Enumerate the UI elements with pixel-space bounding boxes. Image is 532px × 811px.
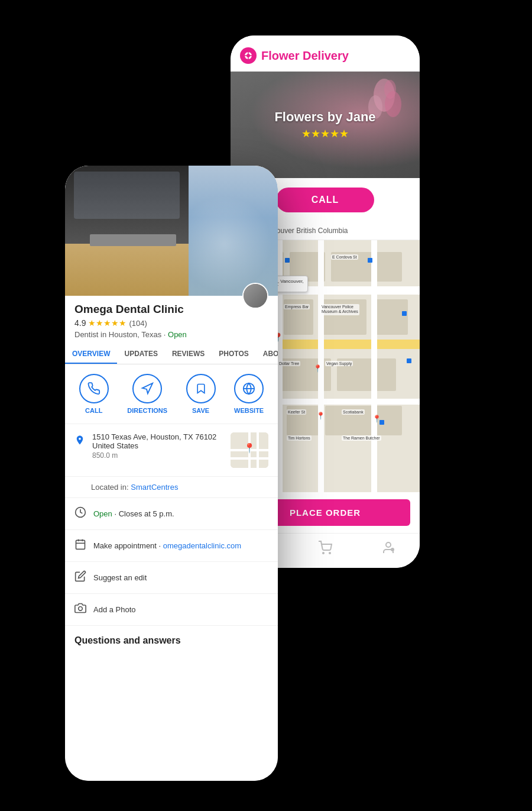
dental-hours-section: Open · Closes at 5 p.m. <box>65 498 278 530</box>
dental-hours-closes: · Closes at 5 p.m. <box>114 509 174 518</box>
website-label: WEBSITE <box>234 407 264 414</box>
tab-photos[interactable]: PHOTOS <box>212 344 255 364</box>
tab-updates[interactable]: UPDATES <box>117 344 164 364</box>
dental-suggest-section[interactable]: Suggest an edit <box>65 562 278 594</box>
dental-address-text: 1510 Texas Ave, Houston, TX 76102 United… <box>92 432 223 460</box>
dental-clinic-name: Omega Dental Clinic <box>74 303 268 316</box>
dental-add-photo-section[interactable]: Add a Photo <box>65 594 278 626</box>
save-circle <box>186 374 216 403</box>
nav-cart-icon[interactable] <box>317 539 333 556</box>
dental-category: Dentist in Houston, Texas · Open <box>74 330 268 339</box>
dental-tabs: OVERVIEW UPDATES REVIEWS PHOTOS ABOUT <box>65 344 278 364</box>
dental-photo-side <box>189 166 278 296</box>
map-label-keefer: Keefer St <box>287 409 306 415</box>
map-square-4 <box>407 358 411 363</box>
map-label-ramen: The Ramen Butcher <box>342 435 381 441</box>
dental-hours-open: Open <box>93 509 112 518</box>
front-phone: Omega Dental Clinic 4.9 ★★★★★ (104) Dent… <box>65 166 278 781</box>
directions-circle <box>132 374 162 403</box>
action-website[interactable]: WEBSITE <box>234 374 264 414</box>
map-label-cordova: E Cordova St <box>331 254 358 260</box>
dental-appointment-section: Make appointment · omegadentalclinic.com <box>65 530 278 562</box>
dental-info: Omega Dental Clinic 4.9 ★★★★★ (104) Dent… <box>65 296 278 344</box>
smartcentres-link[interactable]: SmartCentres <box>131 483 178 492</box>
calendar-icon <box>74 538 86 553</box>
map-square-2 <box>368 258 372 263</box>
flower-hero-stars: ★★★★★ <box>274 127 375 140</box>
svg-point-20 <box>79 607 83 611</box>
appointment-link[interactable]: omegadentalclinic.com <box>163 541 241 550</box>
map-label-vegan: Vegan Supply <box>325 361 353 366</box>
dental-appointment-text: Make appointment · omegadentalclinic.com <box>93 541 241 550</box>
action-save[interactable]: SAVE <box>186 374 216 414</box>
dental-photos <box>65 166 278 296</box>
flower-header: Flower Delivery <box>231 35 420 72</box>
dental-avatar <box>242 283 268 309</box>
map-label-dollartree: Dollar Tree <box>278 361 300 366</box>
map-square-1 <box>285 258 290 263</box>
action-call[interactable]: CALL <box>79 374 109 414</box>
tab-overview[interactable]: OVERVIEW <box>65 344 117 364</box>
location-icon <box>74 434 85 450</box>
map-square-3 <box>402 311 407 316</box>
dental-photo-main <box>65 166 189 296</box>
dental-add-photo-text: Add a Photo <box>93 605 136 614</box>
svg-point-6 <box>323 552 324 554</box>
dental-actions: CALL DIRECTIONS SAVE <box>65 364 278 424</box>
dental-mini-map[interactable]: 📍 <box>231 432 268 468</box>
dental-address-line2: United States <box>92 441 223 450</box>
dental-address-distance: 850.0 m <box>92 451 223 460</box>
tab-reviews[interactable]: REVIEWS <box>165 344 212 364</box>
svg-point-8 <box>386 542 391 547</box>
save-label: SAVE <box>192 407 209 414</box>
dental-rating-number: 4.9 <box>74 318 86 328</box>
svg-marker-12 <box>142 383 153 393</box>
dental-open-status: Open <box>168 330 187 339</box>
flower-business-name: Flowers by Jane <box>274 109 375 125</box>
nav-profile-icon[interactable] <box>380 539 397 556</box>
dental-address-line1: 1510 Texas Ave, Houston, TX 76102 <box>92 432 223 441</box>
dental-review-count: (104) <box>129 319 147 328</box>
svg-rect-16 <box>76 540 85 549</box>
flower-hero-image: Flowers by Jane ★★★★★ <box>231 72 420 178</box>
mini-map-pin: 📍 <box>244 442 255 454</box>
call-label: CALL <box>85 407 102 414</box>
svg-point-7 <box>329 552 330 554</box>
map-label-timhortons: Tim Hortons <box>287 435 312 441</box>
action-directions[interactable]: DIRECTIONS <box>127 374 167 414</box>
dental-stars: ★★★★★ <box>88 318 126 328</box>
dental-address-section: 1510 Texas Ave, Houston, TX 76102 United… <box>65 424 278 477</box>
flower-app-title: Flower Delivery <box>261 49 349 63</box>
pencil-icon <box>74 570 86 585</box>
dental-rating-row: 4.9 ★★★★★ (104) <box>74 318 268 328</box>
map-label-empress: Empress Bar <box>284 304 310 309</box>
svg-point-5 <box>384 80 396 99</box>
clock-icon <box>74 506 86 521</box>
dental-suggest-text: Suggest an edit <box>93 573 147 582</box>
flower-hero-text: Flowers by Jane ★★★★★ <box>274 109 375 140</box>
map-pin-5: 📍 <box>316 412 325 420</box>
tab-about[interactable]: ABOUT <box>256 344 278 364</box>
dental-located: Located in: SmartCentres <box>65 477 278 498</box>
map-pin-3: 📍 <box>313 364 322 373</box>
flower-call-button[interactable]: CALL <box>276 188 375 212</box>
flower-logo-icon <box>240 47 257 64</box>
dental-hours-text: Open · Closes at 5 p.m. <box>93 509 174 518</box>
dental-qa-title: Questions and answers <box>74 635 268 646</box>
dental-qa-section: Questions and answers <box>65 626 278 652</box>
directions-label: DIRECTIONS <box>127 407 167 414</box>
website-circle <box>234 374 264 403</box>
map-label-police: Vancouver PoliceMuseum & Archives <box>320 304 359 315</box>
map-label-scotiabank: Scotiabank <box>342 409 365 415</box>
call-circle <box>79 374 109 403</box>
camera-icon <box>74 602 86 617</box>
map-square-5 <box>379 420 384 425</box>
